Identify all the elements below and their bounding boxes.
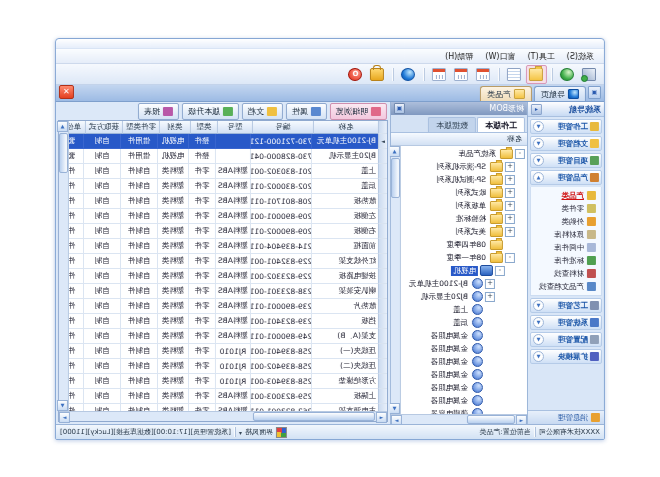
stop-button[interactable]: O	[345, 65, 366, 84]
table-row[interactable]: BJ20主显示机730-828000-041整件电视机借用件自制套	[69, 149, 387, 164]
sidebar-item-材料查找[interactable]: 材料查找	[531, 267, 596, 280]
table-row[interactable]: 散热板208-801701-011塑料ABS零件塑料类自制件自制件	[69, 194, 387, 209]
globe-blue-button[interactable]	[398, 65, 419, 84]
expand-icon[interactable]: +	[505, 175, 515, 185]
expand-icon[interactable]: +	[505, 201, 515, 211]
table-button-文档[interactable]: 文档	[242, 103, 283, 120]
tree-node-SP-测试机系列[interactable]: +SP-测试机系列	[401, 173, 527, 186]
sidebar-section-文档管理[interactable]: 文档管理▼	[530, 136, 602, 151]
menu-item-工具(T)[interactable]: 工具(T)	[522, 50, 561, 63]
sidebar-section-产品管理[interactable]: 产品管理▲	[530, 170, 602, 185]
calendar-view-button[interactable]	[429, 65, 450, 84]
chevron-up-icon[interactable]: ▲	[533, 172, 544, 183]
tree-node-电视机[interactable]: -电视机	[401, 264, 527, 277]
tree-horizontal-scrollbar[interactable]: ◄ ►	[391, 414, 527, 424]
expand-icon[interactable]: +	[505, 188, 515, 198]
column-header-类型[interactable]: 类型	[190, 121, 217, 134]
table-row[interactable]: 后盖202-830002-011塑料ABS零件塑料类自制件自制件	[69, 179, 387, 194]
column-header-型号[interactable]: 型号	[217, 121, 252, 134]
collapse-icon[interactable]: -	[505, 253, 515, 263]
chevron-down-icon[interactable]: ▼	[533, 138, 544, 149]
scroll-thumb[interactable]	[59, 133, 68, 173]
chevron-down-icon[interactable]: ▼	[533, 334, 544, 345]
tree-node-金属电阻器[interactable]: +金属电阻器	[401, 355, 527, 368]
expand-icon[interactable]: +	[485, 279, 495, 289]
tree-node-BJ20主显示机[interactable]: +BJ20主显示机	[401, 290, 527, 303]
scroll-left-icon[interactable]: ◄	[376, 412, 387, 423]
tree-node-金属电阻器[interactable]: +金属电阻器	[401, 342, 527, 355]
sidebar-section-项目管理[interactable]: 项目管理▼	[530, 153, 602, 168]
tree-node-单板系列[interactable]: +单板系列	[401, 199, 527, 212]
sidebar-section-系统管理[interactable]: 系统管理▼	[530, 315, 602, 330]
tree-node-薄膜电容器[interactable]: +薄膜电容器	[401, 407, 527, 414]
table-vertical-scrollbar[interactable]: ▲ ▼	[59, 121, 69, 411]
close-tab-icon[interactable]: ✕	[59, 85, 74, 99]
column-header-编号[interactable]: 编号	[252, 121, 313, 134]
scroll-up-icon[interactable]: ▲	[57, 121, 68, 132]
column-header-获取方式[interactable]: 获取方式	[85, 121, 122, 134]
chevron-down-icon[interactable]: ▼	[533, 121, 544, 132]
folder-button[interactable]	[526, 65, 547, 84]
nav-toggle-button[interactable]: ▣	[588, 86, 601, 99]
table-row[interactable]: 左侧板209-890001-001塑料ABS零件塑料类自制件自制件	[69, 209, 387, 224]
table-button-明细浏览[interactable]: 明细浏览	[330, 103, 387, 120]
tree-node-上盖[interactable]: +上盖	[401, 303, 527, 316]
table-row[interactable]: 红外线支架229-832401-001塑料ABS零件塑料类自制件自制件	[69, 254, 387, 269]
table-button-报表[interactable]: 报表	[138, 103, 179, 120]
style-dropdown-caret-icon[interactable]: ▾	[239, 429, 242, 436]
tree-panel-pin-icon[interactable]: ▣	[394, 103, 405, 114]
tree-node-BJ-2100主机单元[interactable]: +BJ-2100主机单元	[401, 277, 527, 290]
tree-tab-工作版本[interactable]: 工作版本	[477, 117, 525, 132]
sidebar-section-工艺管理[interactable]: 工艺管理▼	[530, 298, 602, 313]
sidebar-footer-message[interactable]: 消息管理	[528, 410, 604, 424]
tree-node-欧式系列[interactable]: +欧式系列	[401, 186, 527, 199]
scroll-right-icon[interactable]: ►	[59, 412, 70, 423]
tree-node-检验标准[interactable]: +检验标准	[401, 212, 527, 225]
globe-green-button[interactable]	[557, 65, 578, 84]
tab-导航页[interactable]: 导航页	[534, 86, 586, 101]
table-row[interactable]: 压线夹(二)258-839402-001RJ1010零件塑料类自制件自制件	[69, 359, 387, 374]
tree-node-金属电阻器[interactable]: +金属电阻器	[401, 381, 527, 394]
table-row[interactable]: 散热片239-890001-011塑料ABS零件塑料类自制件自制件	[69, 299, 387, 314]
calendar-new-button[interactable]	[473, 65, 494, 84]
chevron-down-icon[interactable]: ▼	[533, 300, 544, 311]
tree-node-08年一季度[interactable]: -08年一季度	[401, 251, 527, 264]
sidebar-item-中间件库[interactable]: 中间件库	[531, 241, 596, 254]
status-style-label[interactable]: 界面风格	[245, 427, 273, 437]
collapse-icon[interactable]: -	[495, 266, 505, 276]
expand-icon[interactable]: +	[485, 292, 495, 302]
collapse-icon[interactable]: -	[515, 149, 525, 159]
scroll-thumb[interactable]	[467, 415, 515, 424]
sidebar-item-外购类[interactable]: 外购类	[531, 215, 596, 228]
scroll-down-icon[interactable]: ▼	[389, 403, 400, 414]
table-row[interactable]: 压线夹(一)258-839401-001RJ1010零件塑料类自制件自制件	[69, 344, 387, 359]
chevron-down-icon[interactable]: ▼	[533, 317, 544, 328]
sidebar-section-扩展模块[interactable]: 扩展模块▼	[530, 349, 602, 364]
calendar-edit-button[interactable]	[451, 65, 472, 84]
menu-item-窗口(W)[interactable]: 窗口(W)	[479, 50, 521, 63]
window-titlebar[interactable]	[56, 39, 604, 49]
tree-node-08年四季度[interactable]: +08年四季度	[401, 238, 527, 251]
table-row[interactable]: 按键电路板229-823302-001塑料ABS零件塑料类自制件自制件	[69, 269, 387, 284]
lock-button[interactable]	[367, 65, 388, 84]
column-header-类别[interactable]: 类别	[159, 121, 190, 134]
sidebar-item-产品类[interactable]: 产品类	[531, 189, 596, 202]
table-row[interactable]: 挡板239-823401-001塑料ABS零件塑料类自制件自制件	[69, 314, 387, 329]
column-header-单位[interactable]: 单位	[69, 121, 85, 134]
table-report-button[interactable]	[504, 65, 525, 84]
sidebar-section-工作管理[interactable]: 工作管理▼	[530, 119, 602, 134]
menu-item-帮助(H)[interactable]: 帮助(H)	[439, 50, 479, 63]
column-header-零件类型[interactable]: 零件类型	[122, 121, 159, 134]
sidebar-pin-icon[interactable]: ◂	[531, 104, 542, 115]
tree-node-系统产品库[interactable]: -系统产品库	[401, 147, 527, 160]
table-row[interactable]: 主电源支架262-823001-011塑料ABS零件塑料类自制件自制件	[69, 404, 387, 411]
chevron-down-icon[interactable]: ▼	[533, 155, 544, 166]
tree-node-金属电阻器[interactable]: +金属电阻器	[401, 329, 527, 342]
table-button-属性[interactable]: 属性	[286, 103, 327, 120]
sidebar-item-原材料库[interactable]: 原材料库	[531, 228, 596, 241]
table-row[interactable]: 方形绝缘垫258-839403-001RJ1010零件塑料类自制件自制件	[69, 374, 387, 389]
tree-node-美式系列[interactable]: +美式系列	[401, 225, 527, 238]
expand-icon[interactable]: +	[505, 227, 515, 237]
scroll-thumb[interactable]	[391, 158, 400, 198]
sidebar-item-标准件库[interactable]: 标准件库	[531, 254, 596, 267]
